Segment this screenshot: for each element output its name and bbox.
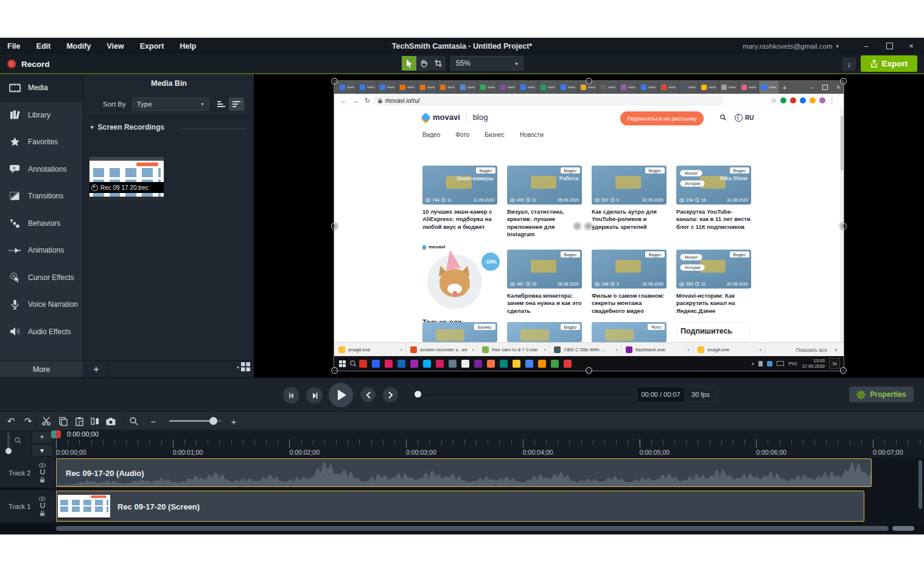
file-icon (698, 346, 704, 353)
split-button[interactable] (88, 415, 102, 428)
sidebar-item-library[interactable]: Library (0, 102, 83, 129)
collapse-canvas-button[interactable]: ↓ (842, 57, 856, 71)
selection-handle-center[interactable] (574, 223, 581, 229)
timeline-ruler[interactable]: 0:00:00;000:00:01;000:00:02;000:00:03;00… (55, 430, 924, 458)
sidebar-item-voice-narration[interactable]: Voice Narration (0, 291, 83, 318)
camera-icon (106, 418, 116, 426)
scrubber-handle[interactable] (415, 391, 421, 398)
selection-handle-left[interactable] (331, 223, 338, 229)
brand-name: movavi (433, 113, 460, 122)
record-button[interactable]: Record (7, 57, 50, 71)
magnet-icon[interactable] (40, 469, 46, 475)
redo-button[interactable]: ↷ (21, 415, 35, 428)
screen-clip[interactable]: Rec 09-17-20 (Screen) (56, 491, 864, 522)
selection-handle-bottom-right[interactable] (840, 367, 847, 374)
recording-icon (91, 184, 98, 191)
sidebar-item-audio-effects[interactable]: Audio Effects (0, 318, 83, 346)
selection-handle-top-center[interactable] (586, 78, 592, 85)
previous-frame-button[interactable] (283, 387, 299, 404)
copy-button[interactable] (56, 415, 71, 428)
playhead-line[interactable] (56, 431, 57, 524)
timeline-zoom-slider[interactable] (169, 420, 222, 422)
browser-tab (397, 81, 418, 94)
timeline-vertical-scrollbar[interactable] (919, 460, 922, 509)
media-clip-name[interactable]: Rec 09 17 20.trec (89, 182, 164, 193)
scrubber-track[interactable] (425, 394, 631, 395)
sidebar-item-cursor-effects[interactable]: Cursor Effects (0, 264, 83, 292)
canvas-zoom-select[interactable]: 55% ▾ (450, 56, 523, 71)
favicon (480, 85, 486, 90)
properties-button[interactable]: Properties (849, 387, 914, 402)
sort-type-dropdown[interactable]: Type ▾ (132, 97, 209, 111)
scrollbar-end-cap[interactable] (892, 526, 914, 531)
eye-icon[interactable] (39, 497, 46, 501)
selection-rotation-handle[interactable] (585, 223, 592, 229)
eye-icon[interactable] (39, 463, 46, 468)
add-media-button[interactable]: + (85, 362, 108, 377)
timeline-horizontal-scrollbar[interactable] (0, 524, 924, 532)
sidebar-item-label: Cursor Effects (28, 273, 74, 282)
jump-forward-button[interactable] (383, 387, 398, 402)
sidebar-item-label: Animations (28, 246, 64, 254)
jump-back-button[interactable] (360, 387, 376, 402)
app-icon (461, 360, 469, 368)
restore-button[interactable] (879, 38, 900, 54)
lock-icon[interactable] (40, 477, 45, 483)
article-cards-row2: Видео 467 15 28.08.202 (507, 250, 751, 315)
play-button[interactable] (329, 383, 353, 407)
selection-handle-bottom-center[interactable] (586, 367, 592, 374)
add-track-button[interactable]: + (32, 431, 52, 443)
export-button[interactable]: Export (861, 55, 917, 72)
zoom-slider-knob[interactable] (209, 417, 217, 425)
audio-clip[interactable]: Rec 09-17-20 (Audio) (56, 458, 872, 487)
undo-button[interactable]: ↶ (4, 415, 18, 428)
media-clip-thumbnail[interactable] (89, 157, 164, 200)
sidebar-item-annotations[interactable]: a Annotations (0, 156, 83, 183)
browser-tab (759, 81, 779, 94)
restore-icon (886, 43, 893, 49)
sidebar-item-media[interactable]: Media (0, 74, 83, 102)
scrollbar-thumb[interactable] (56, 526, 889, 531)
fps-display: 30 fps (684, 387, 716, 402)
track-options-button[interactable]: ▾ (32, 444, 52, 457)
category-badge: Видео (561, 324, 580, 330)
sidebar-item-animations[interactable]: Animations (0, 237, 83, 264)
track-height-slider[interactable] (7, 432, 10, 453)
paste-button[interactable] (72, 415, 86, 428)
select-tool-button[interactable] (402, 56, 416, 71)
ruler-time-label: 0:00:05;00 (640, 449, 670, 456)
track-height-knob[interactable] (5, 448, 12, 454)
motion-arrow-icon (9, 247, 21, 254)
ruler-major-ticks (56, 440, 924, 448)
speaker-icon (9, 327, 21, 336)
cut-button[interactable] (39, 415, 54, 428)
file-icon (482, 346, 489, 353)
track-row-1: Track 1 Rec 09-17-20 (Screen) (0, 490, 924, 522)
sidebar-item-favorites[interactable]: Favorites (0, 128, 83, 156)
minimize-button[interactable]: – (856, 38, 877, 54)
lock-icon[interactable] (40, 510, 45, 516)
step-forward-button[interactable] (306, 387, 323, 404)
selection-handle-bottom-left[interactable] (331, 367, 338, 374)
sort-ascending-button[interactable] (214, 97, 229, 111)
account-email: mary.rashkovets@gmail.com (743, 43, 833, 50)
sidebar-item-transitions[interactable]: Transitions (0, 183, 83, 210)
playhead-handle[interactable] (51, 430, 61, 438)
sidebar-more-button[interactable]: More (0, 360, 83, 378)
zoom-out-button[interactable]: − (146, 415, 161, 428)
view-mode-button[interactable]: ▴ (237, 362, 250, 371)
account-menu[interactable]: mary.rashkovets@gmail.com ▾ (743, 38, 839, 54)
zoom-in-button[interactable]: + (226, 415, 241, 428)
selection-handle-right[interactable] (840, 223, 847, 229)
screenshot-button[interactable] (103, 415, 118, 428)
article-image: Видео Movavi История Nika Show 194 16 (676, 166, 751, 205)
close-button[interactable]: × (901, 38, 922, 54)
magnet-icon[interactable] (40, 503, 46, 508)
sidebar-item-behaviors[interactable]: Behaviors (0, 210, 83, 237)
crop-tool-button[interactable] (431, 56, 446, 71)
sort-descending-button[interactable] (229, 97, 244, 111)
selection-handle-top-left[interactable] (331, 78, 338, 85)
selection-handle-top-right[interactable] (840, 78, 847, 85)
pan-tool-button[interactable] (416, 56, 431, 71)
group-header-screen-recordings[interactable]: ▾ Screen Recordings (91, 123, 164, 131)
